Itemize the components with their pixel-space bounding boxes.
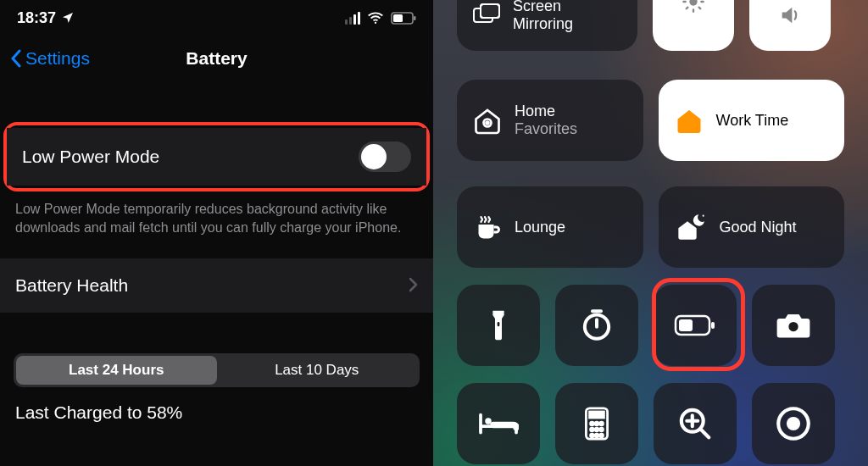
battery-status-icon: [391, 12, 416, 25]
flashlight-tile[interactable]: [457, 285, 540, 366]
svg-point-9: [487, 122, 489, 125]
svg-rect-3: [414, 16, 416, 20]
status-time: 18:37: [17, 9, 56, 27]
low-power-mode-description: Low Power Mode temporarily reduces backg…: [0, 191, 433, 258]
mug-icon: [472, 212, 503, 242]
screen-mirroring-tile[interactable]: Screen Mirroring: [457, 0, 637, 51]
nav-header: Settings Battery: [0, 36, 433, 81]
svg-point-7: [689, 0, 697, 6]
low-power-mode-toggle[interactable]: [359, 141, 411, 172]
svg-point-26: [595, 428, 598, 431]
magnifier-icon: [677, 406, 713, 441]
control-center-screen: Screen Mirroring: [433, 0, 868, 466]
calculator-icon: [583, 406, 610, 441]
sun-icon: [682, 0, 705, 14]
svg-rect-15: [679, 319, 693, 331]
camera-icon: [776, 311, 811, 340]
calculator-tile[interactable]: [555, 383, 638, 464]
location-icon: [61, 11, 75, 25]
svg-point-19: [485, 418, 492, 424]
work-time-label: Work Time: [716, 112, 789, 130]
flashlight-icon: [487, 308, 510, 342]
svg-point-28: [591, 434, 594, 437]
svg-rect-2: [393, 14, 403, 22]
svg-point-24: [600, 422, 604, 425]
svg-rect-12: [498, 322, 500, 326]
screen-mirroring-label2: Mirroring: [513, 15, 573, 33]
home-filled-icon: [674, 105, 704, 136]
home-icon: [472, 105, 503, 136]
battery-health-row[interactable]: Battery Health: [0, 258, 433, 313]
svg-point-27: [600, 428, 604, 431]
lounge-label: Lounge: [515, 219, 565, 236]
svg-point-23: [595, 422, 598, 425]
good-night-tile[interactable]: Good Night: [659, 186, 845, 268]
home-favorites-tile[interactable]: Home Favorites: [457, 80, 643, 161]
segment-last-10d[interactable]: Last 10 Days: [217, 356, 418, 385]
battery-health-label: Battery Health: [15, 275, 128, 296]
work-time-tile[interactable]: Work Time: [659, 80, 845, 161]
back-button[interactable]: Settings: [10, 48, 90, 69]
chevron-right-icon: [408, 274, 418, 297]
time-range-segmented[interactable]: Last 24 Hours Last 10 Days: [14, 353, 420, 387]
good-night-label: Good Night: [720, 219, 797, 236]
svg-point-22: [591, 422, 594, 425]
low-power-mode-tile[interactable]: [654, 285, 737, 366]
status-bar: 18:37: [0, 0, 433, 36]
volume-icon: [778, 3, 802, 27]
wifi-icon: [367, 11, 384, 25]
segment-last-24h[interactable]: Last 24 Hours: [16, 356, 217, 385]
battery-settings-screen: 18:37: [0, 0, 433, 466]
volume-slider-tile[interactable]: [749, 0, 831, 51]
low-power-mode-label: Low Power Mode: [22, 147, 159, 167]
cellular-signal-icon: [345, 12, 360, 25]
battery-icon: [674, 313, 716, 337]
moon-home-icon: [674, 212, 708, 242]
last-charged-label: Last Charged to 58%: [0, 387, 433, 423]
svg-rect-5: [481, 4, 499, 18]
svg-rect-21: [590, 412, 604, 418]
svg-point-30: [600, 434, 604, 437]
magnifier-tile[interactable]: [654, 383, 737, 464]
screen-mirroring-icon: [472, 3, 501, 27]
back-label: Settings: [25, 48, 90, 69]
bed-icon: [478, 411, 519, 436]
lowpower-highlight: Low Power Mode: [3, 122, 430, 191]
svg-point-11: [702, 215, 704, 217]
lounge-tile[interactable]: Lounge: [457, 186, 643, 268]
home-label2: Favorites: [515, 120, 577, 138]
bed-tile[interactable]: [457, 383, 540, 464]
timer-icon: [580, 308, 614, 342]
svg-point-33: [787, 417, 800, 430]
svg-point-10: [694, 222, 696, 224]
timer-tile[interactable]: [555, 285, 638, 366]
svg-point-25: [591, 428, 594, 431]
screen-mirroring-label1: Screen: [513, 0, 573, 15]
record-icon: [776, 406, 811, 441]
svg-point-29: [595, 434, 598, 437]
screen-record-tile[interactable]: [752, 383, 835, 464]
low-power-mode-row[interactable]: Low Power Mode: [7, 128, 426, 186]
svg-point-0: [375, 22, 376, 24]
brightness-slider-tile[interactable]: [653, 0, 734, 51]
svg-rect-16: [711, 322, 715, 329]
home-label1: Home: [515, 103, 577, 120]
camera-tile[interactable]: [752, 285, 835, 366]
